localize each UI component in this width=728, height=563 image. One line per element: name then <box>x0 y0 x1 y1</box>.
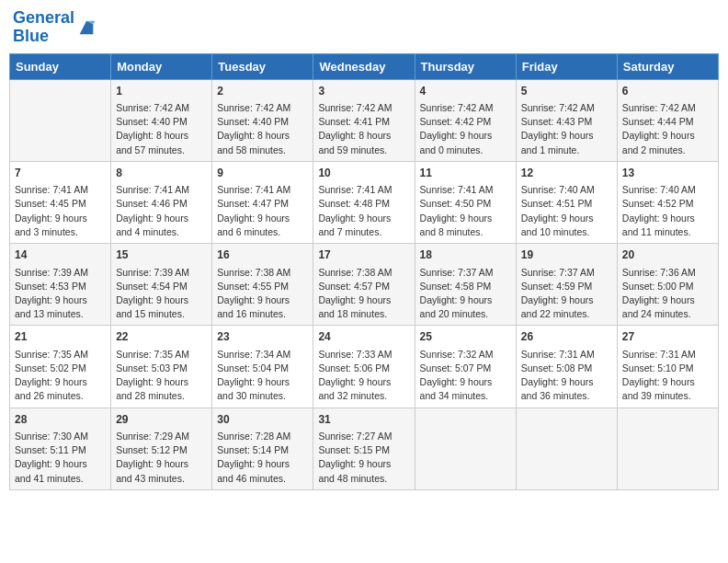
calendar-week-row: 14Sunrise: 7:39 AMSunset: 4:53 PMDayligh… <box>10 244 719 326</box>
calendar-cell: 5Sunrise: 7:42 AMSunset: 4:43 PMDaylight… <box>516 79 617 161</box>
calendar-cell: 19Sunrise: 7:37 AMSunset: 4:59 PMDayligh… <box>516 244 617 326</box>
day-number: 4 <box>420 84 511 99</box>
calendar-cell: 18Sunrise: 7:37 AMSunset: 4:58 PMDayligh… <box>415 244 516 326</box>
day-info-line: and 34 minutes. <box>420 389 511 403</box>
day-info-line: Sunset: 4:40 PM <box>116 115 207 129</box>
day-info-line: Sunrise: 7:38 AM <box>318 266 409 280</box>
day-info-line: Sunset: 5:03 PM <box>116 362 207 375</box>
day-info-line: Sunset: 5:07 PM <box>420 362 511 375</box>
weekday-header-thursday: Thursday <box>415 53 516 79</box>
logo: GeneralBlue <box>13 9 97 46</box>
calendar-cell: 17Sunrise: 7:38 AMSunset: 4:57 PMDayligh… <box>313 244 415 326</box>
day-info-line: Daylight: 9 hours <box>217 212 308 225</box>
day-info-line: and 6 minutes. <box>217 225 308 239</box>
day-info-line: Daylight: 9 hours <box>420 293 511 307</box>
calendar-cell: 11Sunrise: 7:41 AMSunset: 4:50 PMDayligh… <box>415 161 516 243</box>
day-number: 7 <box>15 166 106 181</box>
day-info-line: Daylight: 9 hours <box>420 212 511 225</box>
day-info-line: Daylight: 9 hours <box>15 375 106 389</box>
calendar-table: SundayMondayTuesdayWednesdayThursdayFrid… <box>9 53 719 490</box>
calendar-cell: 28Sunrise: 7:30 AMSunset: 5:11 PMDayligh… <box>10 408 111 489</box>
day-info-line: and 48 minutes. <box>318 472 409 486</box>
day-info-line: Daylight: 9 hours <box>217 457 308 471</box>
calendar-cell: 29Sunrise: 7:29 AMSunset: 5:12 PMDayligh… <box>111 408 212 489</box>
day-info-line: and 8 minutes. <box>420 225 511 239</box>
day-info-line: Sunset: 5:10 PM <box>622 362 713 375</box>
day-number: 8 <box>116 166 207 181</box>
day-info-line: Sunset: 4:43 PM <box>521 115 612 129</box>
day-info-line: and 36 minutes. <box>521 389 612 403</box>
day-info-line: and 28 minutes. <box>116 389 207 403</box>
calendar-cell: 24Sunrise: 7:33 AMSunset: 5:06 PMDayligh… <box>313 326 415 408</box>
calendar-cell: 22Sunrise: 7:35 AMSunset: 5:03 PMDayligh… <box>111 326 212 408</box>
day-info-line: Daylight: 9 hours <box>15 293 106 307</box>
day-info-line: and 15 minutes. <box>116 307 207 321</box>
day-info-line: and 59 minutes. <box>318 144 409 157</box>
day-info-line: Daylight: 9 hours <box>420 129 511 143</box>
day-info-line: Sunrise: 7:28 AM <box>217 430 308 443</box>
day-info-line: Daylight: 9 hours <box>622 129 713 143</box>
day-number: 24 <box>318 329 409 345</box>
calendar-cell: 15Sunrise: 7:39 AMSunset: 4:54 PMDayligh… <box>111 244 212 326</box>
calendar-cell: 3Sunrise: 7:42 AMSunset: 4:41 PMDaylight… <box>313 79 415 161</box>
day-info-line: Sunset: 4:41 PM <box>318 115 409 129</box>
calendar-cell: 4Sunrise: 7:42 AMSunset: 4:42 PMDaylight… <box>415 79 516 161</box>
day-number: 20 <box>622 247 713 263</box>
day-info-line: Sunset: 4:57 PM <box>318 280 409 293</box>
day-info-line: Sunset: 4:48 PM <box>318 197 409 211</box>
calendar-cell: 27Sunrise: 7:31 AMSunset: 5:10 PMDayligh… <box>617 326 718 408</box>
calendar-cell: 6Sunrise: 7:42 AMSunset: 4:44 PMDaylight… <box>617 79 718 161</box>
day-info-line: Sunset: 5:14 PM <box>217 443 308 457</box>
calendar-cell: 30Sunrise: 7:28 AMSunset: 5:14 PMDayligh… <box>212 408 313 489</box>
day-number: 5 <box>521 84 612 99</box>
day-info-line: Sunrise: 7:36 AM <box>622 266 713 280</box>
day-info-line: Daylight: 9 hours <box>318 293 409 307</box>
day-info-line: Sunset: 4:50 PM <box>420 197 511 211</box>
day-number: 22 <box>116 329 207 345</box>
day-number: 11 <box>420 166 511 181</box>
weekday-header-row: SundayMondayTuesdayWednesdayThursdayFrid… <box>10 53 719 79</box>
day-info-line: and 41 minutes. <box>15 472 106 486</box>
day-info-line: Daylight: 9 hours <box>217 375 308 389</box>
day-info-line: and 26 minutes. <box>15 389 106 403</box>
calendar-cell: 26Sunrise: 7:31 AMSunset: 5:08 PMDayligh… <box>516 326 617 408</box>
logo-icon <box>76 17 97 38</box>
day-number: 10 <box>318 166 409 181</box>
day-info-line: and 24 minutes. <box>622 307 713 321</box>
calendar-cell <box>516 408 617 489</box>
day-number: 6 <box>622 84 713 99</box>
day-info-line: Sunset: 4:44 PM <box>622 115 713 129</box>
calendar-cell: 25Sunrise: 7:32 AMSunset: 5:07 PMDayligh… <box>415 326 516 408</box>
day-info-line: Sunrise: 7:40 AM <box>521 183 612 197</box>
weekday-header-wednesday: Wednesday <box>313 53 415 79</box>
day-info-line: Sunset: 5:12 PM <box>116 443 207 457</box>
day-info-line: Sunset: 4:47 PM <box>217 197 308 211</box>
day-info-line: Daylight: 9 hours <box>318 375 409 389</box>
day-info-line: Daylight: 9 hours <box>521 293 612 307</box>
calendar-cell <box>617 408 718 489</box>
day-number: 13 <box>622 166 713 181</box>
calendar-cell: 31Sunrise: 7:27 AMSunset: 5:15 PMDayligh… <box>313 408 415 489</box>
day-info-line: Sunset: 4:58 PM <box>420 280 511 293</box>
day-number: 29 <box>116 412 207 428</box>
day-info-line: Sunrise: 7:42 AM <box>622 101 713 115</box>
day-info-line: and 2 minutes. <box>622 144 713 157</box>
calendar-cell: 10Sunrise: 7:41 AMSunset: 4:48 PMDayligh… <box>313 161 415 243</box>
day-info-line: Sunset: 5:00 PM <box>622 280 713 293</box>
day-number: 19 <box>521 247 612 263</box>
logo-text: GeneralBlue <box>13 9 74 46</box>
day-info-line: Sunrise: 7:41 AM <box>318 183 409 197</box>
calendar-cell: 13Sunrise: 7:40 AMSunset: 4:52 PMDayligh… <box>617 161 718 243</box>
day-info-line: Sunset: 4:42 PM <box>420 115 511 129</box>
day-info-line: Daylight: 8 hours <box>318 129 409 143</box>
calendar-week-row: 28Sunrise: 7:30 AMSunset: 5:11 PMDayligh… <box>10 408 719 489</box>
day-number: 12 <box>521 166 612 181</box>
calendar-cell: 21Sunrise: 7:35 AMSunset: 5:02 PMDayligh… <box>10 326 111 408</box>
day-number: 17 <box>318 247 409 263</box>
calendar-cell: 1Sunrise: 7:42 AMSunset: 4:40 PMDaylight… <box>111 79 212 161</box>
day-number: 26 <box>521 329 612 345</box>
calendar-cell <box>10 79 111 161</box>
weekday-header-saturday: Saturday <box>617 53 718 79</box>
day-info-line: Sunset: 5:11 PM <box>15 443 106 457</box>
day-info-line: and 58 minutes. <box>217 144 308 157</box>
